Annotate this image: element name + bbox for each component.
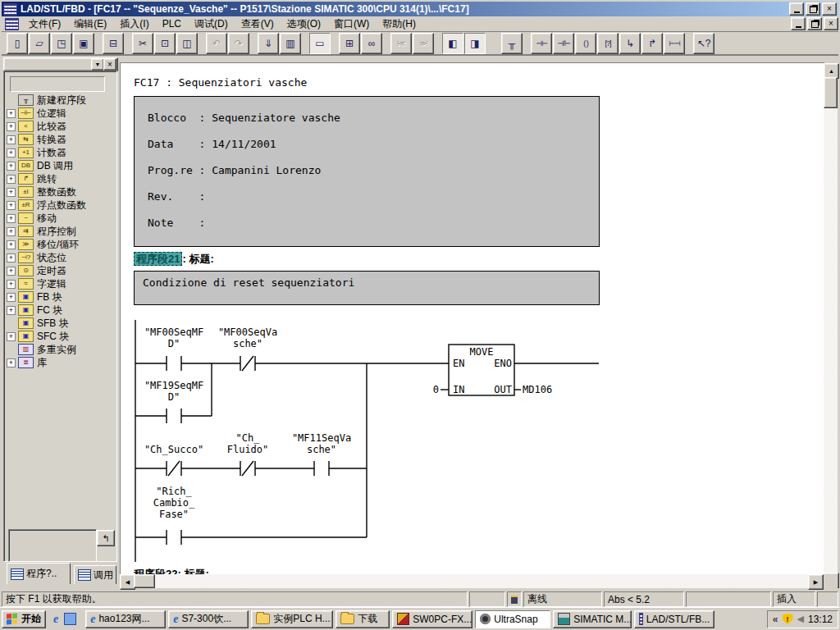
tray-chevron-icon[interactable]: « <box>773 614 778 625</box>
empty-box-button[interactable]: [?] <box>597 33 619 54</box>
tree-item-new-network[interactable]: ╥新建程序段 <box>7 94 112 107</box>
contact-operand[interactable]: "MF19SeqMF D" <box>131 380 217 403</box>
horizontal-scrollbar[interactable]: ◀ ▶ <box>120 574 824 588</box>
tree-item-status-bits[interactable]: +⊣?状态位 <box>7 251 112 264</box>
tree-item-integer-fn[interactable]: +±I整数函数 <box>7 185 112 199</box>
expand-icon[interactable]: + <box>7 267 16 276</box>
expand-icon[interactable]: + <box>7 293 16 302</box>
menu-edit[interactable]: 编辑(E) <box>67 16 113 33</box>
tree-item-comparator[interactable]: +<比较器 <box>7 120 112 133</box>
expand-icon[interactable]: + <box>7 240 16 249</box>
move-in-value[interactable]: 0 <box>414 384 439 395</box>
tree-item-converter[interactable]: +⇆转换器 <box>7 133 112 146</box>
contact-operand[interactable]: "Ch_ Fluido" <box>205 432 290 455</box>
tree-item-sfb-blocks[interactable]: ▣SFB 块 <box>7 317 112 330</box>
task-ultrasnap[interactable]: UltraSnap <box>475 610 550 628</box>
connector-button[interactable]: ⊢⊣ <box>664 33 685 54</box>
tree-item-db-call[interactable]: +DBDB 调用 <box>7 159 112 172</box>
task-s7-300[interactable]: eS7-300饮... <box>168 610 249 628</box>
menu-window[interactable]: 窗口(W) <box>327 16 376 33</box>
scroll-right-button[interactable]: ▶ <box>808 574 824 590</box>
close-button[interactable]: × <box>822 2 837 16</box>
expand-icon[interactable]: + <box>7 214 16 223</box>
menu-view[interactable]: 查看(V) <box>235 16 281 33</box>
close-branch-button[interactable]: ↱ <box>641 33 663 54</box>
expand-icon[interactable]: + <box>7 148 16 158</box>
task-lad-stl-fbd[interactable]: LAD/STL/FB... <box>634 610 714 628</box>
task-shili-plc[interactable]: 实例PLC H... <box>251 610 333 628</box>
expand-icon[interactable]: + <box>7 188 16 197</box>
task-swopc-fx[interactable]: SW0PC-FX... <box>392 610 472 628</box>
menu-file[interactable]: 文件(F) <box>22 16 67 33</box>
contact-operand[interactable]: "MF00SeqMF D" <box>131 326 217 349</box>
security-shield-icon[interactable]: ! <box>783 614 793 625</box>
child-close-button[interactable]: × <box>824 17 838 30</box>
copy-button[interactable]: ⊡ <box>154 33 176 54</box>
horizontal-scroll-thumb[interactable] <box>134 574 155 588</box>
menu-insert[interactable]: 插入(I) <box>113 16 155 33</box>
overview-toggle-button[interactable]: ◧ <box>442 33 463 54</box>
address-identification-button[interactable]: ▭ <box>309 33 331 54</box>
network-label-selected[interactable]: 程序段21 <box>134 252 182 266</box>
expand-icon[interactable]: + <box>7 162 16 171</box>
tree-item-fc-blocks[interactable]: +▣FC 块 <box>7 304 112 317</box>
sidebar-dropdown-button[interactable]: ▼ <box>91 58 104 71</box>
contact-operand[interactable]: "Ch_Succo" <box>131 444 217 455</box>
tree-item-float-fn[interactable]: +±R浮点数函数 <box>7 199 112 212</box>
task-hao123[interactable]: ehao123网... <box>85 610 166 628</box>
child-minimize-button[interactable] <box>791 17 806 30</box>
expand-icon[interactable]: + <box>7 109 16 118</box>
prev-error-button[interactable]: !≪ <box>390 33 412 54</box>
expand-icon[interactable]: + <box>7 175 16 184</box>
expand-icon[interactable]: + <box>7 201 16 210</box>
undo-button[interactable]: ↶ <box>206 33 227 54</box>
expand-icon[interactable]: + <box>7 253 16 262</box>
symbol-table-button[interactable]: ⊞ <box>339 33 360 54</box>
download-button[interactable]: ⇓ <box>258 33 279 54</box>
tree-item-program-control[interactable]: +⇉程序控制 <box>7 225 112 238</box>
save-button[interactable]: ▣ <box>73 33 94 54</box>
paste-button[interactable]: ◫ <box>176 33 198 54</box>
print-button[interactable]: ⊟ <box>103 33 124 54</box>
new-button[interactable]: ▯ <box>7 33 28 54</box>
tree-item-multi-instance[interactable]: ▥多重实例 <box>7 343 112 356</box>
expand-icon[interactable]: + <box>7 135 16 144</box>
vertical-scroll-thumb[interactable] <box>824 77 838 108</box>
task-simatic-manager[interactable]: SIMATIC M... <box>553 610 632 628</box>
menu-help[interactable]: 帮助(H) <box>376 16 422 33</box>
redo-button[interactable]: ↷ <box>228 33 249 54</box>
no-contact-button[interactable]: ⊣⊢ <box>531 33 552 54</box>
save-as-button[interactable]: ◳ <box>51 33 72 54</box>
next-error-button[interactable]: ≫! <box>413 33 434 54</box>
expand-icon[interactable]: + <box>7 358 16 368</box>
move-out-operand[interactable]: MD106 <box>523 384 552 395</box>
monitor-onoff-button[interactable]: ∞ <box>361 33 382 54</box>
quick-launch-ie-icon[interactable]: e <box>53 613 58 626</box>
tab-call-structure[interactable]: 调用 <box>74 565 116 584</box>
start-button[interactable]: 开始 <box>2 610 46 628</box>
block-header-comment[interactable]: Blocco : Sequenziatore vasche Data : 14/… <box>134 96 600 247</box>
tree-item-jumps[interactable]: +↱跳转 <box>7 172 112 185</box>
cut-button[interactable]: ✂ <box>132 33 153 54</box>
expand-icon[interactable]: + <box>7 332 16 341</box>
zoom-view-button[interactable]: ◨ <box>464 33 486 54</box>
vertical-scrollbar[interactable]: ▲ ▼ <box>824 63 838 588</box>
tree-item-bit-logic[interactable]: +⊣⊢位逻辑 <box>7 107 112 120</box>
tree-item-timers[interactable]: +⊙定时器 <box>7 264 112 277</box>
move-box-title[interactable]: MOVE <box>449 346 514 358</box>
new-network-button[interactable]: ╥ <box>501 33 523 54</box>
preview-toggle-button[interactable]: ↰ <box>97 530 115 546</box>
child-window-icon[interactable] <box>5 18 19 30</box>
contact-operand[interactable]: "MF00SeqVa sche" <box>205 326 290 349</box>
tree-item-sfc-blocks[interactable]: +▣SFC 块 <box>7 330 112 343</box>
tab-program-elements[interactable]: 程序?.. <box>7 563 71 584</box>
contact-operand[interactable]: "MF11SeqVa sche" <box>279 432 364 455</box>
help-select-button[interactable]: ↖? <box>693 33 714 54</box>
monitor-values-button[interactable]: ▥ <box>280 33 301 54</box>
network-comment[interactable]: Condizione di reset sequenziatori <box>134 271 600 305</box>
tree-item-libraries[interactable]: +≣库 <box>7 356 112 369</box>
menu-plc[interactable]: PLC <box>156 16 188 31</box>
expand-icon[interactable]: + <box>7 122 16 131</box>
child-restore-button[interactable] <box>807 17 822 30</box>
nc-contact-button[interactable]: ⊣/⊢ <box>553 33 574 54</box>
